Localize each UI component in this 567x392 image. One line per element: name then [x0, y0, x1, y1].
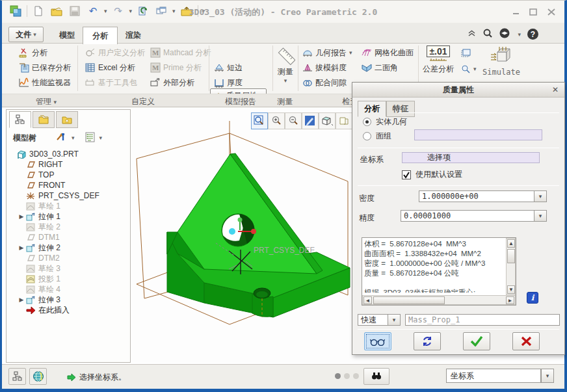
- tree-tools-arrow-icon[interactable]: ▾: [72, 135, 75, 141]
- group-manage[interactable]: 管理 ▾: [15, 96, 77, 107]
- toggle-tree-button[interactable]: [8, 368, 26, 385]
- tab-render[interactable]: 渲染: [116, 27, 150, 44]
- accuracy-combo[interactable]: 0.00001000: [401, 210, 534, 222]
- zoom-in-button[interactable]: [268, 112, 285, 129]
- analysis-name-field[interactable]: Mass_Prop_1: [405, 314, 560, 326]
- tree-item[interactable]: DTM2: [8, 253, 129, 263]
- excel-analysis-button[interactable]: Excel 分析: [85, 61, 135, 74]
- results-box[interactable]: 体积 = 5.8670128e+04 MM^3 曲面面积 = 1.3388432…: [362, 237, 516, 306]
- mathcad-analysis-button[interactable]: M Mathcad 分析: [150, 46, 211, 59]
- zoom-out-button[interactable]: [285, 112, 302, 129]
- scroll-up-icon[interactable]: ▲: [507, 239, 515, 248]
- dialog-close-icon[interactable]: ✕: [550, 85, 560, 95]
- solid-geometry-radio[interactable]: [363, 118, 371, 126]
- measure-button[interactable]: 测量 ▾: [273, 46, 298, 84]
- expander-icon[interactable]: ▶: [17, 296, 26, 303]
- saved-analysis-button[interactable]: 已保存分析: [19, 61, 71, 74]
- toggle-browser-button[interactable]: [29, 368, 47, 385]
- ribbon-small-tool-1-button[interactable]: [460, 47, 471, 60]
- tree-item[interactable]: DTM1: [8, 232, 129, 242]
- repaint-button[interactable]: [302, 112, 319, 129]
- refit-button[interactable]: [251, 112, 268, 129]
- dialog-tab-analysis[interactable]: 分析: [358, 101, 386, 117]
- hscroll-thumb[interactable]: [373, 296, 445, 304]
- preview-button[interactable]: [364, 332, 391, 350]
- scroll-down-icon[interactable]: ▼: [507, 285, 515, 294]
- cancel-button[interactable]: [512, 332, 540, 350]
- prime-analysis-button[interactable]: M Prime 分析: [150, 61, 202, 74]
- tree-item[interactable]: TOP: [8, 170, 129, 180]
- quilt-collector-field[interactable]: [414, 129, 542, 140]
- expander-icon[interactable]: ▶: [17, 244, 26, 251]
- display-style-button[interactable]: [319, 112, 336, 129]
- csys-collector-field[interactable]: 选择项: [402, 152, 540, 163]
- filter-combo[interactable]: 坐标系: [446, 369, 541, 383]
- results-hscrollbar[interactable]: ◄ ►: [362, 295, 516, 305]
- tolerance-analysis-button[interactable]: ±.01 公差分析: [421, 46, 455, 75]
- external-analysis-button[interactable]: 外部分析: [150, 76, 194, 89]
- scroll-right-icon[interactable]: ►: [506, 296, 514, 304]
- density-combo[interactable]: 1.000000e+00: [419, 190, 534, 202]
- tab-analysis[interactable]: 分析: [83, 27, 118, 44]
- dialog-title-bar[interactable]: 质量属性 ✕: [352, 83, 564, 98]
- collapse-ribbon-icon[interactable]: [468, 30, 476, 39]
- ok-button[interactable]: [463, 332, 490, 350]
- draft-analysis-button[interactable]: 拔模斜度: [302, 61, 347, 74]
- part-geometry[interactable]: [167, 153, 350, 317]
- resource-center-arrow-icon[interactable]: ▾: [518, 31, 521, 38]
- filter-combo-arrow-icon[interactable]: ▾: [541, 369, 554, 383]
- tree-settings-icon[interactable]: [85, 132, 96, 144]
- results-vscrollbar[interactable]: ▲ ▼: [506, 238, 516, 295]
- accuracy-combo-arrow-icon[interactable]: ▾: [534, 210, 547, 222]
- resource-center-icon[interactable]: [499, 28, 511, 40]
- tree-item[interactable]: 草绘 3: [8, 263, 129, 274]
- maximize-button[interactable]: [527, 6, 540, 18]
- tree-item[interactable]: RIGHT: [8, 159, 129, 170]
- tree-item[interactable]: ▶拉伸 3: [8, 294, 129, 305]
- scroll-left-icon[interactable]: ◄: [363, 296, 372, 304]
- search-icon[interactable]: [482, 28, 493, 40]
- thickness-button[interactable]: 厚度: [214, 76, 243, 89]
- quilt-radio[interactable]: [363, 132, 371, 140]
- performance-monitor-button[interactable]: 性能监视器: [19, 76, 71, 89]
- tree-tools-icon[interactable]: [56, 132, 68, 144]
- simulate-button[interactable]: Simulate: [482, 46, 521, 77]
- dihedral-angle-button[interactable]: 二面角: [362, 61, 398, 74]
- tree-item[interactable]: ▶拉伸 2: [8, 242, 129, 253]
- repeat-button[interactable]: [414, 332, 441, 350]
- tree-item[interactable]: PRT_CSYS_DEF: [8, 190, 129, 201]
- tree-item[interactable]: 草绘 1: [8, 201, 129, 211]
- file-menu-button[interactable]: 文件 ▾: [8, 27, 44, 42]
- mode-combo[interactable]: 快速: [358, 314, 388, 326]
- find-button[interactable]: [363, 368, 389, 385]
- user-defined-analysis-button[interactable]: 用户定义分析: [85, 46, 145, 59]
- mode-combo-arrow-icon[interactable]: ▾: [388, 314, 401, 326]
- ribbon-small-tool-2-button[interactable]: ▾: [460, 62, 477, 75]
- minimize-button[interactable]: [510, 6, 523, 18]
- toolkit-analysis-button[interactable]: 基于工具包: [85, 76, 137, 89]
- close-button[interactable]: [545, 6, 558, 18]
- density-combo-arrow-icon[interactable]: ▾: [534, 190, 547, 202]
- analysis-tool-button[interactable]: 分析: [19, 46, 47, 59]
- geometry-report-button[interactable]: 几何报告 ▾: [302, 46, 352, 59]
- navtab-folder-browser[interactable]: [33, 111, 55, 128]
- tree-settings-arrow-icon[interactable]: ▾: [99, 135, 103, 141]
- csys-annotation[interactable]: PRT_CSYS_DEF: [254, 246, 315, 255]
- tree-item[interactable]: 草绘 2: [8, 222, 129, 232]
- mesh-surface-button[interactable]: 网格化曲面: [362, 46, 414, 59]
- tab-model[interactable]: 模型: [50, 27, 84, 44]
- tree-item[interactable]: 草绘 4: [8, 284, 129, 294]
- tree-item[interactable]: 3D03_03.PRT: [8, 149, 129, 159]
- use-default-checkbox[interactable]: [402, 170, 411, 179]
- expander-icon[interactable]: ▶: [17, 213, 26, 220]
- saved-views-button[interactable]: [336, 112, 352, 129]
- tree-item[interactable]: FRONT: [8, 180, 129, 190]
- short-edge-button[interactable]: 短边: [214, 61, 243, 74]
- vscroll-thumb[interactable]: [507, 249, 515, 263]
- info-icon[interactable]: i: [527, 292, 538, 304]
- dialog-tab-feature[interactable]: 特征: [386, 101, 415, 117]
- tree-item[interactable]: 投影 1: [8, 274, 129, 284]
- tree-item[interactable]: 在此插入: [8, 305, 129, 315]
- navtab-favorites[interactable]: [56, 111, 78, 128]
- help-icon[interactable]: ?: [527, 29, 538, 40]
